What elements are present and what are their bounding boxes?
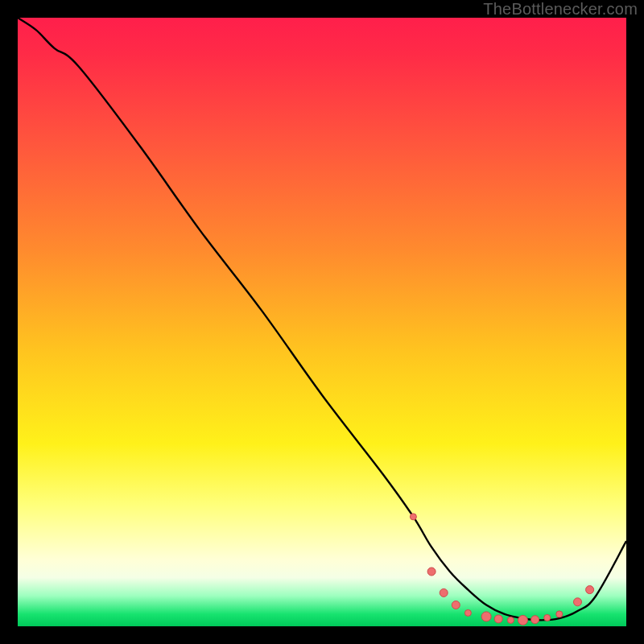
curve-dot [574,598,582,606]
curve-layer [18,18,626,626]
curve-dot [464,609,471,616]
curve-dot [481,612,491,621]
watermark-text: TheBottlenecker.com [483,0,638,19]
chart-stage: TheBottlenecker.com [0,0,644,644]
dot-layer [410,514,593,625]
curve-dot [452,601,460,609]
curve-dot [531,616,539,624]
curve-dot [427,568,436,576]
curve-dot [410,514,416,520]
curve-dot [586,586,594,594]
curve-dot [518,615,528,625]
curve-dot [544,614,551,621]
curve-dot [440,588,448,597]
curve-dot [494,615,502,623]
curve-dot [556,611,563,617]
curve-dot [507,617,514,623]
bottleneck-curve [18,18,626,620]
